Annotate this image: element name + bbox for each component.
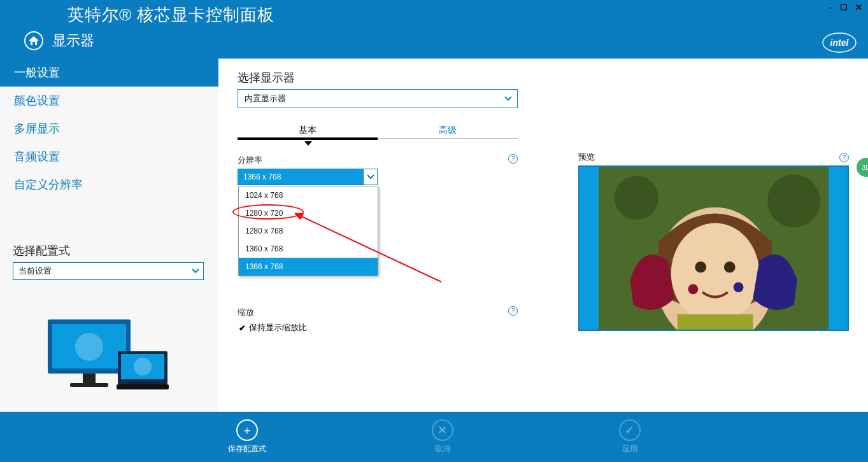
zoom-row: 缩放 ? ✔ 保持显示缩放比 bbox=[238, 306, 518, 333]
tab-active-arrow bbox=[304, 141, 312, 146]
svg-rect-10 bbox=[117, 384, 169, 389]
keep-ratio-checkbox[interactable]: ✔ bbox=[238, 323, 246, 332]
resolution-label: 分辨率 bbox=[238, 155, 262, 166]
resolution-row: 分辨率 ? 1366 x 768 1024 x 768 1280 x 720 1… bbox=[238, 154, 518, 185]
chevron-down-icon bbox=[363, 169, 377, 185]
display-select[interactable]: 内置显示器 bbox=[238, 89, 518, 108]
sidebar-item-general[interactable]: 一般设置 bbox=[0, 59, 218, 87]
resolution-option[interactable]: 1024 x 768 bbox=[239, 186, 378, 204]
resolution-option[interactable]: 1280 x 768 bbox=[239, 222, 378, 240]
zoom-label: 缩放 bbox=[238, 307, 254, 318]
chevron-down-icon bbox=[504, 96, 512, 101]
svg-rect-21 bbox=[678, 314, 753, 330]
resolution-option[interactable]: 1280 x 720 bbox=[239, 204, 378, 222]
footer-bar: ＋ 保存配置式 ✕ 取消 ✓ 应用 bbox=[0, 412, 868, 462]
preview-image bbox=[599, 167, 829, 330]
sidebar-item-color[interactable]: 颜色设置 bbox=[0, 87, 218, 115]
apply-button[interactable]: ✓ 应用 bbox=[619, 419, 641, 454]
svg-point-18 bbox=[724, 262, 736, 273]
profile-select[interactable]: 当前设置 bbox=[13, 262, 204, 280]
header-bar: 英特尔® 核芯显卡控制面板 显示器 – ☐ ✕ intel bbox=[0, 0, 868, 59]
svg-point-20 bbox=[734, 282, 744, 292]
preview-box bbox=[578, 165, 849, 331]
svg-point-19 bbox=[688, 284, 698, 294]
apply-label: 应用 bbox=[622, 444, 637, 454]
help-icon[interactable]: ? bbox=[839, 153, 849, 162]
settings-tabs: 基本 高级 bbox=[238, 122, 518, 139]
preview-label: 预览 bbox=[578, 151, 595, 163]
sidebar-item-custom[interactable]: 自定义分辨率 bbox=[0, 171, 218, 199]
home-icon bbox=[29, 36, 39, 45]
minimize-button[interactable]: – bbox=[826, 3, 834, 12]
close-button[interactable]: ✕ bbox=[853, 3, 864, 12]
help-icon[interactable]: ? bbox=[508, 306, 518, 316]
profile-label: 选择配置式 bbox=[13, 243, 204, 258]
svg-point-16 bbox=[671, 223, 759, 323]
resolution-dropdown: 1024 x 768 1280 x 720 1280 x 768 1360 x … bbox=[238, 186, 378, 276]
close-icon: ✕ bbox=[438, 423, 447, 437]
resolution-value: 1366 x 768 bbox=[243, 172, 281, 181]
section-title: 显示器 bbox=[52, 31, 94, 50]
intel-logo: intel bbox=[822, 32, 857, 53]
resolution-option[interactable]: 1360 x 768 bbox=[239, 240, 378, 258]
monitor-illustration bbox=[45, 316, 172, 399]
plus-icon: ＋ bbox=[241, 423, 253, 438]
svg-rect-5 bbox=[83, 374, 96, 383]
check-icon: ✓ bbox=[625, 423, 634, 437]
preview-panel: 预览 ? bbox=[578, 151, 849, 331]
preview-bar-left bbox=[580, 167, 599, 330]
svg-rect-6 bbox=[70, 383, 108, 387]
sidebar-item-multi[interactable]: 多屏显示 bbox=[0, 115, 218, 143]
tab-advanced[interactable]: 高级 bbox=[378, 122, 518, 139]
help-icon[interactable]: ? bbox=[508, 154, 518, 164]
svg-text:intel: intel bbox=[830, 38, 850, 48]
sidebar-item-audio[interactable]: 音频设置 bbox=[0, 143, 218, 171]
content-area: 选择显示器 内置显示器 基本 高级 分辨率 ? 1366 x 768 bbox=[218, 59, 868, 412]
select-display-label: 选择显示器 bbox=[238, 70, 849, 85]
svg-point-4 bbox=[75, 333, 103, 361]
app-title: 英特尔® 核芯显卡控制面板 bbox=[68, 4, 274, 26]
display-select-value: 内置显示器 bbox=[245, 93, 286, 104]
resolution-option-selected[interactable]: 1366 x 768 bbox=[239, 258, 378, 276]
home-button[interactable] bbox=[24, 31, 43, 50]
resolution-select[interactable]: 1366 x 768 1024 x 768 1280 x 720 1280 x … bbox=[238, 169, 378, 185]
sidebar: 一般设置 颜色设置 多屏显示 音频设置 自定义分辨率 选择配置式 当前设置 bbox=[0, 59, 218, 412]
svg-point-9 bbox=[134, 358, 152, 375]
preview-bar-right bbox=[829, 167, 848, 330]
save-profile-label: 保存配置式 bbox=[228, 444, 266, 454]
svg-point-14 bbox=[767, 174, 820, 227]
chevron-down-icon bbox=[192, 269, 199, 274]
tab-basic[interactable]: 基本 bbox=[238, 122, 378, 139]
save-profile-button[interactable]: ＋ 保存配置式 bbox=[228, 419, 266, 454]
profile-value: 当前设置 bbox=[18, 265, 52, 277]
svg-point-17 bbox=[695, 262, 706, 273]
cancel-button[interactable]: ✕ 取消 bbox=[432, 419, 453, 454]
svg-point-13 bbox=[615, 176, 658, 220]
sidebar-nav: 一般设置 颜色设置 多屏显示 音频设置 自定义分辨率 bbox=[0, 59, 218, 199]
window-controls: – ☐ ✕ bbox=[826, 0, 864, 14]
keep-ratio-label: 保持显示缩放比 bbox=[249, 322, 307, 333]
cancel-label: 取消 bbox=[435, 444, 450, 454]
maximize-button[interactable]: ☐ bbox=[838, 3, 850, 12]
tab-active-underline bbox=[238, 137, 378, 140]
